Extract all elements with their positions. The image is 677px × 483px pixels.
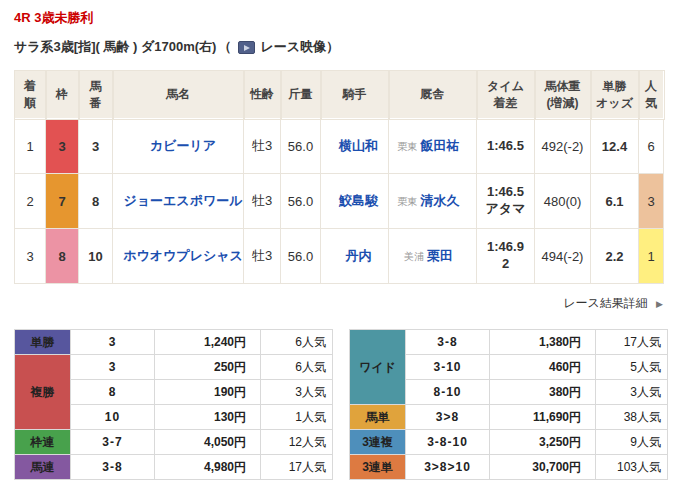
stable-region: 栗東 [398, 196, 418, 207]
payout-amount: 190円 [155, 380, 261, 405]
race-result-detail-link[interactable]: レース結果詳細 ▶ [563, 296, 663, 310]
payout-favorite: 9人気 [596, 430, 668, 455]
sex-age: 牡3 [244, 174, 281, 229]
bet-type-place: 複勝 [15, 355, 71, 430]
trainer-link[interactable]: 飯田祐 [421, 138, 460, 153]
horse-name-link[interactable]: ジョーエスポワール [123, 193, 242, 208]
payout-favorite: 6人気 [261, 330, 333, 355]
payout-favorite: 17人気 [596, 330, 668, 355]
col-win-odds: 単勝 オッズ [591, 71, 639, 119]
payout-amount: 3,250円 [490, 430, 596, 455]
stable-cell: 栗東飯田祐 [389, 119, 477, 174]
payout-favorite: 6人気 [261, 355, 333, 380]
race-video-link[interactable]: レース映像 [233, 38, 326, 56]
col-horse-number: 馬 番 [79, 71, 113, 119]
horse-name-link[interactable]: ホウオウプレシャス [123, 248, 243, 263]
payout-combo: 3-7 [71, 430, 155, 455]
favorite-rank: 3 [639, 174, 664, 229]
race-conditions: サラ系3歳[指]( 馬齢 ) ダ1700m(右) （ レース映像 ） [14, 38, 663, 56]
time-margin: 1:46.9 2 [477, 229, 535, 284]
payout-row: 3連単 3>8>10 30,700円 103人気 [350, 455, 668, 480]
bet-type-wide: ワイド [350, 330, 406, 405]
favorite-rank: 1 [639, 229, 664, 284]
payout-combo: 3>8 [406, 405, 490, 430]
results-header-row: 着 順 枠 馬 番 馬名 性齢 斤量 騎手 厩舎 タイム 着差 馬体重 (増減)… [15, 71, 664, 119]
sex-age: 牡3 [244, 119, 281, 174]
payout-row: 複勝 3 250円 6人気 [15, 355, 333, 380]
win-odds: 2.2 [591, 229, 639, 284]
payout-amount: 4,980円 [155, 455, 261, 480]
col-frame: 枠 [46, 71, 79, 119]
col-sex-age: 性齢 [244, 71, 281, 119]
trainer-link[interactable]: 清水久 [421, 193, 460, 208]
horse-name-link[interactable]: カビーリア [150, 138, 216, 153]
col-finish-position: 着 順 [15, 71, 46, 119]
stable-region: 美浦 [404, 251, 424, 262]
horse-weight: 492(-2) [535, 119, 591, 174]
col-horse-name: 馬名 [113, 71, 244, 119]
payout-favorite: 103人気 [596, 455, 668, 480]
payout-row: 単勝 3 1,240円 6人気 [15, 330, 333, 355]
payout-favorite: 17人気 [261, 455, 333, 480]
finish-position: 2 [15, 174, 46, 229]
bet-type-win: 単勝 [15, 330, 71, 355]
payout-combo: 3-8 [406, 330, 490, 355]
horse-number: 8 [79, 174, 113, 229]
payout-section: 単勝 3 1,240円 6人気 複勝 3 250円 6人気 8 190円 3人気… [14, 329, 663, 480]
race-title: 4R 3歳未勝利 [14, 9, 663, 27]
payout-table-right: ワイド 3-8 1,380円 17人気 3-10 460円 5人気 8-10 3… [349, 329, 668, 480]
payout-amount: 30,700円 [490, 455, 596, 480]
payout-combo: 3-8-10 [406, 430, 490, 455]
payout-amount: 1,380円 [490, 330, 596, 355]
trainer-link[interactable]: 栗田 [427, 248, 453, 263]
horse-weight: 480(0) [535, 174, 591, 229]
payout-amount: 130円 [155, 405, 261, 430]
detail-link-row: レース結果詳細 ▶ [14, 295, 663, 312]
payout-combo: 3 [71, 355, 155, 380]
frame-number-badge: 7 [46, 174, 79, 229]
horse-number: 10 [79, 229, 113, 284]
payout-row: 3連複 3-8-10 3,250円 9人気 [350, 430, 668, 455]
jockey-link[interactable]: 鮫島駿 [339, 193, 378, 208]
stable-region: 栗東 [398, 141, 418, 152]
horse-name-cell: ホウオウプレシャス [113, 229, 244, 284]
jockey-cell: 丹内 [321, 229, 389, 284]
race-video-label: レース映像 [260, 38, 326, 56]
payout-table-left: 単勝 3 1,240円 6人気 複勝 3 250円 6人気 8 190円 3人気… [14, 329, 333, 480]
time-margin: 1:46.5 アタマ [477, 174, 535, 229]
jockey-link[interactable]: 横山和 [339, 138, 378, 153]
jockey-link[interactable]: 丹内 [346, 248, 372, 263]
race-conditions-text: サラ系3歳[指]( 馬齢 ) ダ1700m(右) [14, 38, 216, 56]
race-result-page: 4R 3歳未勝利 サラ系3歳[指]( 馬齢 ) ダ1700m(右) （ レース映… [0, 0, 677, 480]
payout-combo: 10 [71, 405, 155, 430]
horse-number: 3 [79, 119, 113, 174]
paren-open: （ [218, 38, 231, 56]
payout-amount: 250円 [155, 355, 261, 380]
payout-favorite: 3人気 [261, 380, 333, 405]
col-time-margin: タイム 着差 [477, 71, 535, 119]
col-weight-carried: 斤量 [281, 71, 321, 119]
favorite-rank: 6 [639, 119, 664, 174]
col-horse-weight: 馬体重 (増減) [535, 71, 591, 119]
horse-name-cell: ジョーエスポワール [113, 174, 244, 229]
payout-amount: 380円 [490, 380, 596, 405]
payout-amount: 4,050円 [155, 430, 261, 455]
payout-favorite: 38人気 [596, 405, 668, 430]
payout-combo: 8-10 [406, 380, 490, 405]
bet-type-trifecta: 3連単 [350, 455, 406, 480]
col-jockey: 騎手 [321, 71, 389, 119]
time-margin: 1:46.5 [477, 119, 535, 174]
result-row-2: 2 7 8 ジョーエスポワール 牡3 56.0 鮫島駿 栗東清水久 1:46.5… [15, 174, 664, 229]
payout-favorite: 12人気 [261, 430, 333, 455]
result-row-1: 1 3 3 カビーリア 牡3 56.0 横山和 栗東飯田祐 1:46.5 492… [15, 119, 664, 174]
bet-type-quinella: 馬連 [15, 455, 71, 480]
payout-combo: 8 [71, 380, 155, 405]
weight-carried: 56.0 [281, 229, 321, 284]
payout-combo: 3>8>10 [406, 455, 490, 480]
horse-name-cell: カビーリア [113, 119, 244, 174]
payout-row: ワイド 3-8 1,380円 17人気 [350, 330, 668, 355]
payout-row: 馬連 3-8 4,980円 17人気 [15, 455, 333, 480]
bet-type-exacta: 馬単 [350, 405, 406, 430]
col-stable: 厩舎 [389, 71, 477, 119]
bet-type-bracket-quinella: 枠連 [15, 430, 71, 455]
